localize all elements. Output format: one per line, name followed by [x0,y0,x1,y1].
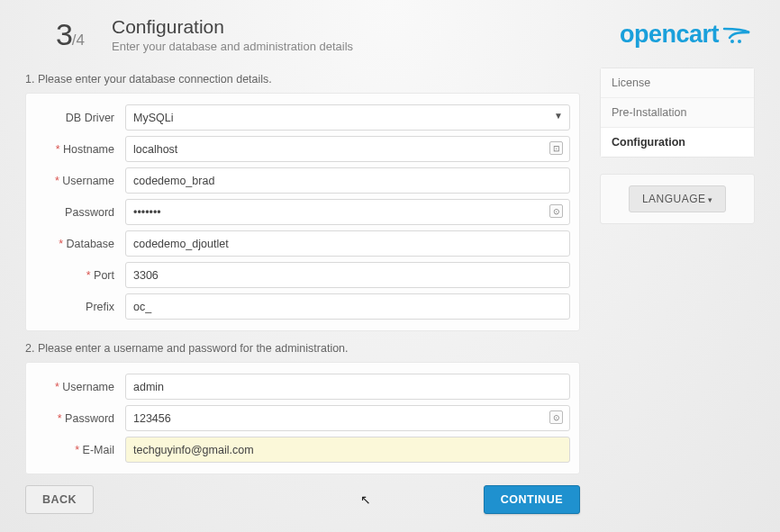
db-driver-label: DB Driver [35,112,125,124]
cart-icon [722,25,755,45]
admin-username-label: Username [35,381,125,393]
step-total: /4 [72,32,85,49]
hostname-label: Hostname [35,143,125,156]
caret-down-icon: ▾ [708,195,713,204]
admin-email-input[interactable] [125,437,570,463]
language-panel: LANGUAGE▾ [600,174,755,224]
db-prefix-label: Prefix [35,301,125,313]
db-panel: DB Driver MySQLi ▼ Hostname ⊡ [25,93,580,331]
admin-password-label: Password [35,412,125,425]
svg-point-1 [738,40,741,43]
sidebar-item-license[interactable]: License [601,68,754,98]
step-current: 3 [56,17,72,51]
admin-email-label: E-Mail [35,444,125,456]
db-section-heading: 1. Please enter your database connection… [25,73,580,86]
db-database-label: Database [35,238,125,250]
page-title: Configuration [112,16,620,38]
continue-button[interactable]: CONTINUE [484,485,580,514]
opencart-logo: opencart [620,21,755,49]
svg-point-0 [730,40,734,43]
back-button[interactable]: BACK [25,485,94,514]
cursor-icon: ↖ [360,492,371,507]
language-button[interactable]: LANGUAGE▾ [629,185,726,212]
db-port-input[interactable] [125,262,570,288]
db-prefix-input[interactable] [125,293,570,320]
admin-username-input[interactable] [125,374,570,400]
sidebar-item-configuration[interactable]: Configuration [601,128,754,157]
db-port-label: Port [35,269,125,282]
page-subtitle: Enter your database and administration d… [112,40,620,53]
db-username-label: Username [35,175,125,187]
hostname-input[interactable] [125,136,570,162]
sidebar-item-preinstall[interactable]: Pre-Installation [601,98,754,128]
admin-panel: Username Password ⊙ E-Mail [25,362,580,474]
db-username-input[interactable] [125,167,570,194]
db-password-input[interactable] [125,199,570,225]
step-nav: License Pre-Installation Configuration [600,68,755,158]
db-password-label: Password [35,206,125,219]
admin-section-heading: 2. Please enter a username and password … [25,342,580,355]
step-indicator: 3/4 [25,17,90,52]
admin-password-input[interactable] [125,405,570,431]
db-database-input[interactable] [125,230,570,257]
db-driver-select[interactable]: MySQLi [125,104,570,131]
